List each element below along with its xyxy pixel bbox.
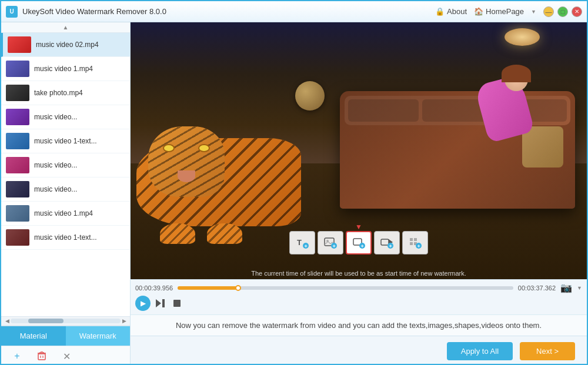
time-current: 00:00:39.956 xyxy=(135,284,173,292)
app-title: UkeySoft Video Watermark Remover 8.0.0 xyxy=(22,7,435,16)
list-item[interactable]: music video 1-text... xyxy=(1,226,130,250)
file-thumbnail xyxy=(8,36,31,53)
volume-dropdown-icon[interactable]: ▼ xyxy=(577,285,582,291)
svg-rect-23 xyxy=(410,242,413,245)
scrollbar-thumb[interactable] xyxy=(28,319,64,323)
add-text-button[interactable]: T + xyxy=(289,231,315,255)
delete-file-button[interactable] xyxy=(35,350,48,363)
scrollbar-track[interactable] xyxy=(11,319,121,323)
svg-rect-29 xyxy=(173,300,181,307)
scroll-right-arrow[interactable]: ▶ xyxy=(121,318,128,324)
list-item[interactable]: music video... xyxy=(1,178,130,202)
svg-rect-17 xyxy=(381,239,389,245)
scene-globe xyxy=(295,81,325,110)
minimize-button[interactable]: — xyxy=(543,6,554,17)
scene-couch xyxy=(340,91,575,209)
clear-files-button[interactable]: ✕ xyxy=(60,350,73,363)
horizontal-scrollbar[interactable]: ◀ ▶ xyxy=(1,316,130,326)
window-controls: — □ ✕ xyxy=(543,6,582,17)
svg-rect-22 xyxy=(414,238,417,241)
progress-fill xyxy=(178,286,238,290)
scroll-up-arrow[interactable]: ▲ xyxy=(1,22,130,33)
file-name: music video... xyxy=(34,161,125,169)
bottom-action-row: Apply to All Next > xyxy=(131,336,587,365)
bottom-info-text: Now you can remove the watermark from vi… xyxy=(176,321,542,330)
svg-text:+: + xyxy=(389,243,392,249)
title-bar: U UkeySoft Video Watermark Remover 8.0.0… xyxy=(1,1,587,22)
lamp-body xyxy=(505,28,540,46)
close-button[interactable]: ✕ xyxy=(572,6,582,17)
nav-dropdown-icon[interactable]: ▼ xyxy=(531,9,536,15)
file-thumbnail xyxy=(6,205,29,222)
svg-text:+: + xyxy=(333,243,336,249)
progress-handle[interactable] xyxy=(235,285,241,291)
home-icon: 🏠 xyxy=(474,7,483,16)
file-thumbnail xyxy=(6,85,29,101)
video-toolbar: T + + xyxy=(289,231,428,255)
play-button[interactable]: ▶ xyxy=(135,296,151,311)
title-nav: 🔒 About 🏠 HomePage ▼ xyxy=(435,7,536,16)
video-info-text: The current time of slider will be used … xyxy=(251,270,466,277)
add-mosaic-button[interactable]: + xyxy=(402,231,428,255)
file-thumbnail xyxy=(6,61,29,77)
file-name: music video 1.mp4 xyxy=(34,65,125,73)
playback-controls: ▶ xyxy=(135,293,582,312)
list-item[interactable]: music video... xyxy=(1,105,130,129)
file-thumbnail xyxy=(6,229,29,246)
file-thumbnail xyxy=(6,109,29,125)
svg-rect-28 xyxy=(162,299,165,307)
list-item[interactable]: music video 1.mp4 xyxy=(1,57,130,81)
scene-lamp xyxy=(505,28,540,52)
next-button[interactable]: Next > xyxy=(520,342,575,360)
file-name: music video... xyxy=(34,113,125,121)
left-panel: ▲ music video 02.mp4 music video 1.mp4 t… xyxy=(1,22,131,365)
bottom-info: Now you can remove the watermark from vi… xyxy=(131,314,587,336)
file-name: take photo.mp4 xyxy=(34,89,125,97)
list-actions: + ✕ xyxy=(1,346,130,365)
list-item[interactable]: music video... xyxy=(1,153,130,178)
list-item[interactable]: music video 1.mp4 xyxy=(1,202,130,226)
player-controls: 00:00:39.956 00:03:37.362 📷 ▼ ▶ xyxy=(131,279,587,314)
apply-to-all-button[interactable]: Apply to All xyxy=(447,342,513,360)
stop-button[interactable] xyxy=(171,297,183,310)
step-forward-button[interactable] xyxy=(154,297,167,310)
svg-text:+: + xyxy=(305,243,308,249)
file-name: music video 02.mp4 xyxy=(36,41,125,49)
add-image-button[interactable]: + xyxy=(318,231,343,255)
snapshot-button[interactable]: 📷 xyxy=(560,282,572,293)
scroll-left-arrow[interactable]: ◀ xyxy=(4,318,11,324)
video-area: T + + xyxy=(131,22,587,279)
svg-text:+: + xyxy=(361,243,364,249)
lock-icon: 🔒 xyxy=(435,7,445,16)
file-list-scroll[interactable]: music video 02.mp4 music video 1.mp4 tak… xyxy=(1,33,130,316)
play-icon: ▶ xyxy=(141,299,146,307)
list-item[interactable]: take photo.mp4 xyxy=(1,81,130,105)
tab-area: Material Watermark xyxy=(1,326,130,346)
add-file-button[interactable]: + xyxy=(11,350,24,363)
tab-watermark[interactable]: Watermark xyxy=(66,326,131,346)
about-nav-item[interactable]: 🔒 About xyxy=(435,7,467,16)
list-item[interactable]: music video 02.mp4 xyxy=(1,33,130,57)
file-list-container: ▲ music video 02.mp4 music video 1.mp4 t… xyxy=(1,22,130,316)
list-item[interactable]: music video 1-text... xyxy=(1,129,130,153)
time-total: 00:03:37.362 xyxy=(518,284,556,292)
homepage-nav-item[interactable]: 🏠 HomePage xyxy=(474,7,524,16)
progress-bar[interactable] xyxy=(178,286,513,290)
svg-text:+: + xyxy=(417,243,420,249)
app-logo: U xyxy=(6,6,18,18)
main-layout: ▲ music video 02.mp4 music video 1.mp4 t… xyxy=(1,22,587,365)
svg-text:T: T xyxy=(297,238,302,247)
file-thumbnail xyxy=(6,181,29,197)
add-shape-button[interactable]: + xyxy=(346,231,372,255)
maximize-button[interactable]: □ xyxy=(557,6,568,17)
tab-material[interactable]: Material xyxy=(1,326,66,346)
file-name: music video... xyxy=(34,185,125,193)
scene-person xyxy=(475,68,540,138)
file-name: music video 1-text... xyxy=(34,233,125,242)
right-panel: T + + xyxy=(131,22,587,365)
video-frame: T + + xyxy=(131,22,587,279)
scene-tiger xyxy=(136,115,313,244)
progress-row: 00:00:39.956 00:03:37.362 📷 ▼ xyxy=(135,282,582,293)
svg-marker-27 xyxy=(156,299,161,307)
add-video-button[interactable]: + xyxy=(374,231,400,255)
